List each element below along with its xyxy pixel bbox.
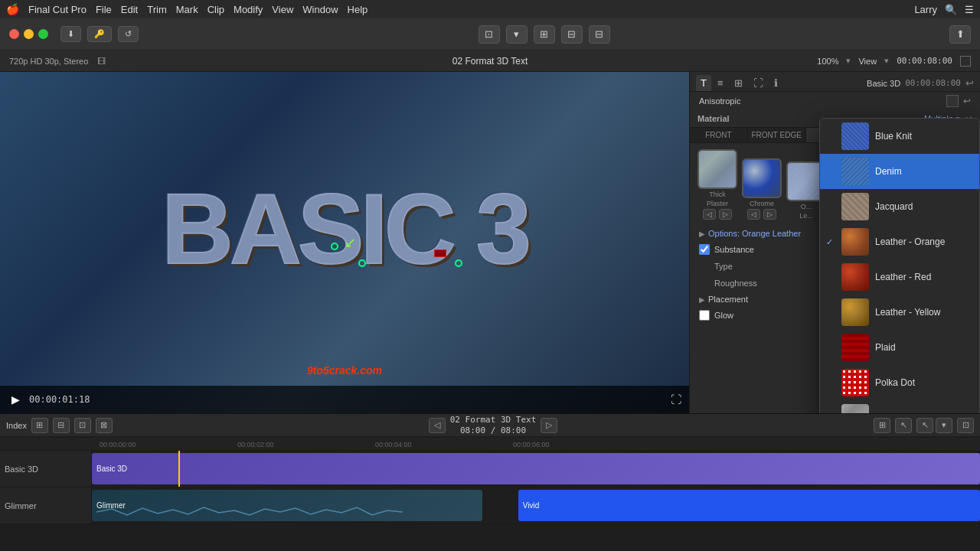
dropdown-item-leather-red[interactable]: Leather - Red <box>820 259 979 295</box>
swatch-plaid <box>841 334 869 361</box>
play-pause-button[interactable]: ▶ <box>8 392 23 407</box>
inspector-panel: T ≡ ⊞ ⛶ ℹ Basic 3D 00:00:08:00 ↩ Anisotr… <box>689 72 980 413</box>
menu-window[interactable]: Window <box>302 4 338 15</box>
share-button[interactable]: ⬆ <box>949 25 971 44</box>
traffic-lights <box>9 29 48 39</box>
clip-vivid[interactable]: Vivid <box>518 490 980 521</box>
split-button[interactable]: ⊡ <box>74 418 91 433</box>
dropdown-item-jacquard[interactable]: Jacquard <box>820 189 979 224</box>
timeline-next[interactable]: ▷ <box>541 418 557 433</box>
fullscreen-button[interactable]: ⛶ <box>671 393 681 406</box>
glow-checkbox[interactable] <box>699 310 710 321</box>
inspector-tab-text[interactable]: T <box>696 75 711 91</box>
timeline-ruler: 00:00:00:00 00:00:02:00 00:00:04:00 00:0… <box>0 437 980 451</box>
mat-tab-front[interactable]: FRONT <box>690 128 748 142</box>
dropdown-label-polka-dot: Polka Dot <box>875 377 915 388</box>
ruler-mark-1: 00:00:02:00 <box>237 437 274 450</box>
clip-basic3d[interactable]: Basic 3D <box>92 453 980 484</box>
layout-dropdown-button[interactable]: ▾ <box>506 25 528 44</box>
swatch-thumb-thick-plaster[interactable] <box>697 149 737 189</box>
list-view-button[interactable]: ⊟ <box>561 25 583 44</box>
arrange-button[interactable]: ⊞ <box>874 418 890 433</box>
inspector-tab-grid[interactable]: ⊞ <box>730 75 747 91</box>
selection-handle-1[interactable] <box>331 243 338 250</box>
playhead[interactable] <box>178 451 180 487</box>
substance-checkbox[interactable] <box>699 244 710 255</box>
menu-help[interactable]: Help <box>348 4 368 15</box>
menu-edit[interactable]: Edit <box>121 4 138 15</box>
inspector-tabs: T ≡ ⊞ ⛶ ℹ Basic 3D 00:00:08:00 ↩ <box>690 72 980 92</box>
dropdown-label-plaid: Plaid <box>875 342 896 353</box>
zoom-in-out-button[interactable]: ⊡ <box>957 418 974 433</box>
swatch-jacquard <box>841 193 869 220</box>
inspector-toggle-button[interactable]: ⊟ <box>589 25 610 44</box>
inspector-tab-shape[interactable]: ⛶ <box>749 75 768 91</box>
dropdown-item-plaid[interactable]: Plaid <box>820 330 979 365</box>
maximize-button[interactable] <box>38 29 48 39</box>
dropdown-item-polka-dot[interactable]: Polka Dot <box>820 365 979 400</box>
anisotropic-reset[interactable]: ↩ <box>963 96 971 106</box>
statusbar: 720p HD 30p, Stereo 🎞 02 Format 3D Text … <box>0 51 980 72</box>
view-dropdown-icon[interactable]: ▾ <box>884 56 889 66</box>
track-body-basic3d[interactable]: Basic 3D <box>92 451 980 487</box>
swatch-blue-knit <box>841 122 869 150</box>
main-content: BASIC 3 9to5crack.com ↙ ▶ 00:00:01:18 ⛶ <box>0 72 980 551</box>
swatch-btn-left-chrome[interactable]: ◁ <box>747 209 760 220</box>
glimmer-waveform <box>96 506 403 518</box>
clip-glimmer[interactable]: Glimmer <box>92 490 482 521</box>
dropdown-item-leather-orange[interactable]: ✓ Leather - Orange <box>820 224 979 259</box>
view-button[interactable]: View <box>858 57 877 66</box>
dropdown-item-blue-knit[interactable]: Blue Knit <box>820 119 979 154</box>
swatch-btn-left-thick-plaster[interactable]: ◁ <box>703 209 716 220</box>
swatch-thick-plaster: Thick Plaster ◁ ▷ <box>697 149 737 220</box>
dropdown-label-denim: Denim <box>875 166 902 177</box>
cursor-dropdown[interactable]: ▾ <box>936 418 952 433</box>
swatch-controls-thick-plaster: ◁ ▷ <box>703 209 732 220</box>
inspector-tab-list[interactable]: ≡ <box>713 75 728 91</box>
inspector-tab-info[interactable]: ℹ <box>769 75 782 91</box>
transform-button[interactable]: ⊠ <box>96 418 113 433</box>
refresh-button[interactable]: ↺ <box>118 26 139 42</box>
menu-mark[interactable]: Mark <box>176 4 198 15</box>
swatch-label-side: O... <box>801 203 812 210</box>
add-storyline-button[interactable]: ⊟ <box>53 418 70 433</box>
dropdown-item-shetland[interactable]: Shetland Wool <box>820 400 979 413</box>
add-connection-button[interactable]: ⊞ <box>31 418 48 433</box>
keyframe-marker[interactable] <box>434 249 446 257</box>
key-button[interactable]: 🔑 <box>87 26 112 42</box>
dropdown-item-leather-yellow[interactable]: Leather - Yellow <box>820 295 979 330</box>
mat-tab-front-edge[interactable]: FRONT EDGE <box>748 128 806 142</box>
index-label[interactable]: Index <box>6 421 27 430</box>
menu-view[interactable]: View <box>272 4 293 15</box>
dropdown-item-denim[interactable]: Denim <box>820 154 979 189</box>
close-button[interactable] <box>9 29 19 39</box>
swatch-btn-right-thick-plaster[interactable]: ▷ <box>719 209 732 220</box>
clip-vivid-label: Vivid <box>523 501 540 510</box>
anisotropic-checkbox[interactable] <box>946 95 959 107</box>
apple-menu[interactable]: 🍎 <box>6 3 19 15</box>
track-body-glimmer[interactable]: Glimmer Vivid <box>92 487 980 523</box>
glow-label: Glow <box>714 311 733 320</box>
download-button[interactable]: ⬇ <box>60 26 81 42</box>
minimize-button[interactable] <box>24 29 34 39</box>
menu-clip[interactable]: Clip <box>207 4 224 15</box>
zoom-level[interactable]: 100% <box>817 57 838 66</box>
zoom-dropdown-icon[interactable]: ▾ <box>846 56 851 66</box>
grid-view-button[interactable]: ⊞ <box>534 25 555 44</box>
reset-icon[interactable]: ↩ <box>965 77 974 89</box>
menu-finalcutpro[interactable]: Final Cut Pro <box>28 4 87 15</box>
menu-modify[interactable]: Modify <box>234 4 263 15</box>
cursor-button[interactable]: ↖ <box>895 418 912 433</box>
timeline-prev[interactable]: ◁ <box>429 418 446 433</box>
list-icon[interactable]: ☰ <box>965 4 974 15</box>
search-icon[interactable]: 🔍 <box>945 4 957 15</box>
toolbar: ⬇ 🔑 ↺ ⊡ ▾ ⊞ ⊟ ⊟ ⬆ <box>0 18 980 51</box>
track-basic3d: Basic 3D Basic 3D <box>0 451 980 487</box>
menu-trim[interactable]: Trim <box>147 4 167 15</box>
menu-file[interactable]: File <box>96 4 112 15</box>
cursor-mode-button[interactable]: ↖ <box>916 418 933 433</box>
swatch-thumb-chrome[interactable] <box>742 158 782 198</box>
swatch-btn-right-chrome[interactable]: ▷ <box>763 209 776 220</box>
layout-left-button[interactable]: ⊡ <box>479 25 500 44</box>
swatch-leather-yellow <box>841 298 869 326</box>
